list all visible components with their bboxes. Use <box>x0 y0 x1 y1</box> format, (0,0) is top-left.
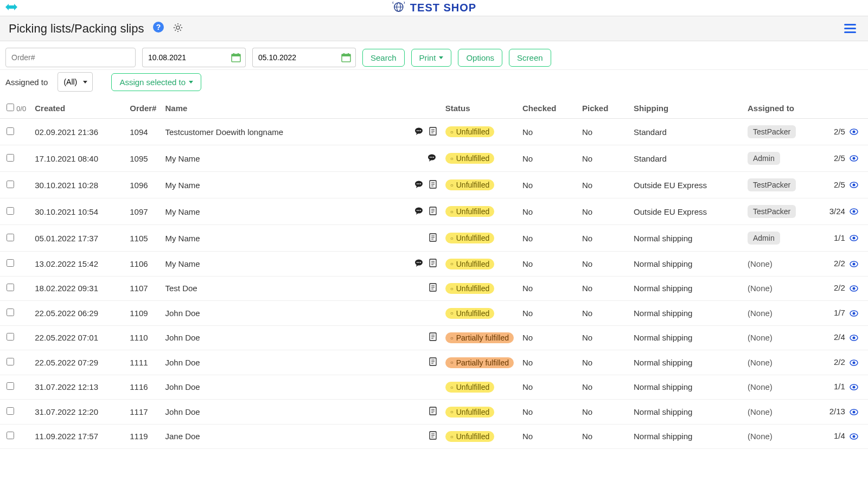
gear-icon[interactable] <box>173 22 183 36</box>
cell-picked: No <box>578 400 629 425</box>
eye-icon[interactable] <box>850 284 858 293</box>
table-row[interactable]: 22.05.2022 06:291109John Doe○Unfulfilled… <box>0 301 868 326</box>
table-row[interactable]: 31.07.2022 12:131116John Doe○Unfulfilled… <box>0 375 868 400</box>
row-checkbox[interactable] <box>7 382 14 390</box>
svg-point-17 <box>420 130 421 131</box>
svg-point-71 <box>853 287 856 290</box>
assignee-badge[interactable]: TestPacker <box>748 178 796 191</box>
svg-point-27 <box>433 157 434 158</box>
table-row[interactable]: 13.02.2022 15:421106My Name○UnfulfilledN… <box>0 252 868 277</box>
row-checkbox[interactable] <box>7 127 14 135</box>
eye-icon[interactable] <box>850 309 858 318</box>
assign-selected-button[interactable]: Assign selected to <box>111 73 201 91</box>
table-row[interactable]: 02.09.2021 21:361094Testcustomer Doewith… <box>0 119 868 145</box>
assignee-none: (None) <box>748 407 773 416</box>
assignee-badge[interactable]: Admin <box>748 232 780 245</box>
assignee-badge[interactable]: Admin <box>748 152 780 165</box>
table-row[interactable]: 05.01.2022 17:371105My Name○UnfulfilledN… <box>0 225 868 252</box>
note-icon[interactable] <box>429 233 437 243</box>
screen-button[interactable]: Screen <box>509 49 551 67</box>
eye-icon[interactable] <box>850 408 858 417</box>
help-icon[interactable]: ? <box>152 21 164 36</box>
search-button[interactable]: Search <box>362 49 405 67</box>
eye-icon[interactable] <box>850 333 858 343</box>
cell-name: My Name <box>161 198 403 225</box>
chat-icon[interactable] <box>414 127 424 137</box>
cell-shipping: Normal shipping <box>629 375 743 400</box>
calendar-from-button[interactable] <box>226 48 246 67</box>
note-icon[interactable] <box>429 407 437 417</box>
note-icon[interactable] <box>429 207 437 217</box>
table-row[interactable]: 22.05.2022 07:011110John Doe○Partially f… <box>0 325 868 350</box>
cell-order: 1110 <box>125 325 161 350</box>
cell-created: 22.05.2022 07:01 <box>30 325 125 350</box>
note-icon[interactable] <box>429 180 437 190</box>
table-row[interactable]: 30.10.2021 10:541097My Name○UnfulfilledN… <box>0 198 868 225</box>
table-row[interactable]: 17.10.2021 08:401095My Name○UnfulfilledN… <box>0 145 868 172</box>
options-button[interactable]: Options <box>458 49 502 67</box>
header-name[interactable]: Name <box>161 98 403 119</box>
row-checkbox[interactable] <box>7 259 14 267</box>
eye-icon[interactable] <box>850 260 858 269</box>
eye-icon[interactable] <box>850 234 858 243</box>
chat-icon[interactable] <box>414 259 424 269</box>
assignee-none: (None) <box>748 284 773 293</box>
assignee-badge[interactable]: TestPacker <box>748 125 796 138</box>
cell-picked: No <box>578 225 629 252</box>
eye-icon[interactable] <box>850 181 858 190</box>
table-row[interactable]: 11.09.2022 17:571119Jane Doe○Unfulfilled… <box>0 424 868 449</box>
cell-order: 1109 <box>125 301 161 326</box>
svg-point-5 <box>176 26 180 29</box>
row-checkbox[interactable] <box>7 358 14 365</box>
date-to-input[interactable] <box>252 48 336 67</box>
eye-icon[interactable] <box>850 154 858 163</box>
app-logo-icon[interactable] <box>4 1 18 15</box>
note-icon[interactable] <box>429 127 437 137</box>
print-button[interactable]: Print <box>411 49 452 67</box>
header-status[interactable]: Status <box>441 98 518 119</box>
select-all-checkbox[interactable] <box>7 104 14 111</box>
row-checkbox[interactable] <box>7 207 14 215</box>
status-badge: ○Unfulfilled <box>445 308 495 319</box>
header-created[interactable]: Created <box>30 98 125 119</box>
chat-icon[interactable] <box>427 153 437 164</box>
row-checkbox[interactable] <box>7 407 14 415</box>
row-checkbox[interactable] <box>7 432 14 439</box>
cell-shipping: Normal shipping <box>629 424 743 449</box>
note-icon[interactable] <box>429 357 437 368</box>
eye-icon[interactable] <box>850 127 858 137</box>
menu-button[interactable] <box>841 21 859 36</box>
table-row[interactable]: 22.05.2022 07:291111John Doe○Partially f… <box>0 350 868 375</box>
eye-icon[interactable] <box>850 383 858 392</box>
row-checkbox[interactable] <box>7 181 14 188</box>
chat-icon[interactable] <box>414 207 424 217</box>
note-icon[interactable] <box>429 431 437 441</box>
table-row[interactable]: 18.02.2022 09:311107Test Doe○Unfulfilled… <box>0 276 868 301</box>
eye-icon[interactable] <box>850 358 858 368</box>
row-checkbox[interactable] <box>7 309 14 316</box>
table-row[interactable]: 30.10.2021 10:281096My Name○UnfulfilledN… <box>0 172 868 198</box>
header-order[interactable]: Order# <box>125 98 161 119</box>
row-checkbox[interactable] <box>7 234 14 241</box>
header-checked[interactable]: Checked <box>518 98 578 119</box>
note-icon[interactable] <box>429 259 437 269</box>
chat-icon[interactable] <box>414 180 424 190</box>
table-row[interactable]: 31.07.2022 12:201117John Doe○Unfulfilled… <box>0 400 868 425</box>
note-icon[interactable] <box>429 283 437 293</box>
page-title: Picking lists/Packing slips <box>9 22 144 36</box>
header-shipping[interactable]: Shipping <box>629 98 743 119</box>
calendar-to-button[interactable] <box>336 48 356 67</box>
eye-icon[interactable] <box>850 432 858 441</box>
eye-icon[interactable] <box>850 207 858 216</box>
header-assigned[interactable]: Assigned to <box>743 98 819 119</box>
header-picked[interactable]: Picked <box>578 98 629 119</box>
row-checkbox[interactable] <box>7 154 14 162</box>
row-checkbox[interactable] <box>7 284 14 291</box>
order-number-input[interactable] <box>5 48 136 67</box>
note-icon[interactable] <box>429 332 437 343</box>
assigned-to-select[interactable]: (All) <box>58 72 93 92</box>
row-checkbox[interactable] <box>7 333 14 341</box>
assignee-badge[interactable]: TestPacker <box>748 205 796 218</box>
assignee-none: (None) <box>748 382 773 391</box>
date-from-input[interactable] <box>142 48 226 67</box>
